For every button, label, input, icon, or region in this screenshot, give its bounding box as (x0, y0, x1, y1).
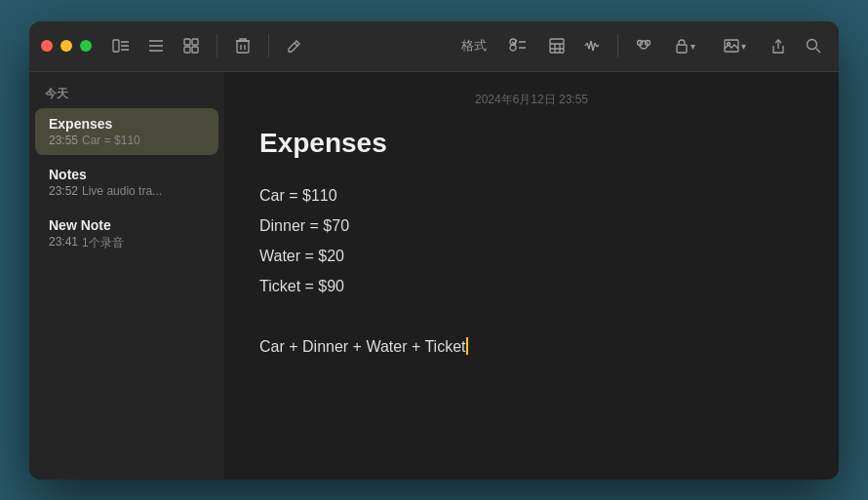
list-view-icon[interactable] (142, 32, 170, 59)
editor-timestamp: 2024年6月12日 23:55 (259, 92, 804, 108)
note-meta-notes: 23:52 Live audio tra... (49, 184, 205, 198)
share-icon[interactable] (765, 32, 792, 59)
spacer-line (259, 303, 804, 329)
svg-line-30 (593, 43, 595, 51)
svg-rect-0 (113, 40, 119, 52)
trash-icon[interactable] (229, 32, 256, 59)
editor-body: Car = $110 Dinner = $70 Water = $20 Tick… (259, 182, 804, 361)
text-cursor (466, 337, 468, 355)
checklist-icon[interactable] (500, 32, 535, 59)
main-content: 今天 Expenses 23:55 Car = $110 Notes 23:52… (29, 72, 839, 480)
note-meta-expenses: 23:55 Car = $110 (49, 134, 205, 147)
grid-view-icon[interactable] (178, 32, 205, 59)
close-button[interactable] (41, 40, 53, 52)
svg-rect-9 (184, 47, 190, 53)
sidebar-item-notes[interactable]: Notes 23:52 Live audio tra... (35, 159, 218, 206)
expense-line-4: Ticket = $90 (259, 273, 804, 299)
svg-point-40 (808, 40, 817, 50)
formula-text: Car + Dinner + Water + Ticket (259, 338, 465, 355)
collaborate-icon[interactable] (630, 32, 657, 59)
note-time-notes: 23:52 (49, 184, 78, 198)
note-title-new-note: New Note (49, 217, 205, 233)
note-title-expenses: Expenses (49, 116, 205, 132)
svg-point-20 (510, 45, 516, 51)
svg-rect-21 (550, 39, 564, 53)
note-preview-notes: Live audio tra... (82, 184, 162, 198)
audio-icon[interactable] (578, 32, 606, 59)
note-title-notes: Notes (49, 167, 205, 182)
search-icon[interactable] (800, 32, 827, 59)
toolbar-divider-3 (617, 34, 618, 58)
editor-title: Expenses (259, 128, 804, 159)
format-text-button[interactable]: 格式 (455, 35, 493, 57)
note-time-new-note: 23:41 (49, 235, 78, 251)
svg-line-41 (816, 49, 821, 54)
svg-line-32 (597, 45, 599, 47)
minimize-button[interactable] (60, 40, 72, 52)
sidebar-toggle-icon[interactable] (107, 32, 135, 59)
traffic-lights (41, 40, 92, 52)
expense-line-2: Dinner = $70 (259, 212, 804, 239)
expense-line-3: Water = $20 (259, 243, 804, 269)
svg-line-14 (295, 43, 297, 46)
editor-panel[interactable]: 2024年6月12日 23:55 Expenses Car = $110 Din… (224, 72, 839, 480)
maximize-button[interactable] (80, 40, 92, 52)
svg-rect-11 (237, 41, 249, 53)
toolbar-divider-1 (217, 34, 217, 58)
svg-rect-8 (192, 39, 198, 45)
image-icon[interactable]: ▾ (712, 32, 757, 59)
sidebar-item-expenses[interactable]: Expenses 23:55 Car = $110 (35, 108, 218, 155)
formula-line: Car + Dinner + Water + Ticket (259, 333, 804, 360)
compose-icon[interactable] (281, 32, 308, 59)
note-preview-expenses: Car = $110 (82, 134, 140, 147)
note-time-expenses: 23:55 (49, 134, 78, 147)
svg-rect-36 (677, 45, 687, 53)
note-preview-new-note: 1个录音 (82, 235, 124, 251)
svg-rect-7 (184, 39, 190, 45)
expense-line-1: Car = $110 (259, 182, 804, 209)
editor-body-area[interactable]: Car = $110 Dinner = $70 Water = $20 Tick… (259, 182, 804, 365)
toolbar-divider-2 (268, 34, 269, 58)
svg-rect-10 (192, 47, 198, 53)
note-meta-new-note: 23:41 1个录音 (49, 235, 205, 251)
sidebar-section-today: 今天 (29, 80, 224, 106)
svg-line-29 (591, 41, 593, 51)
app-window: 格式 (29, 21, 839, 480)
titlebar: 格式 (29, 21, 839, 72)
sidebar-item-new-note[interactable]: New Note 23:41 1个录音 (35, 210, 218, 259)
sidebar: 今天 Expenses 23:55 Car = $110 Notes 23:52… (29, 72, 224, 480)
lock-icon[interactable]: ▾ (665, 32, 704, 59)
table-icon[interactable] (543, 32, 571, 59)
